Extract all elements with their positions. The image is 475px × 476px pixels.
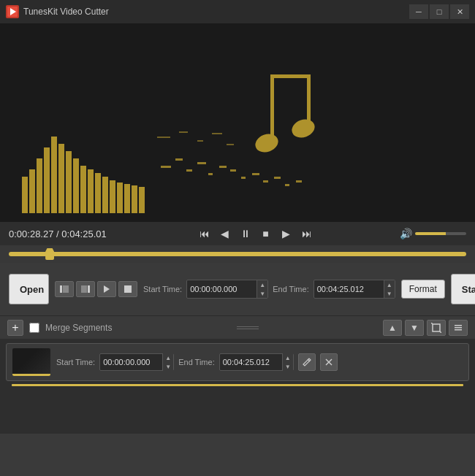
close-button[interactable]: ✕ bbox=[450, 4, 469, 19]
start-time-label: Start Time: bbox=[143, 285, 182, 293]
svg-rect-18 bbox=[124, 184, 130, 213]
start-time-input[interactable] bbox=[187, 285, 256, 293]
skip-back-button[interactable]: ⏮ bbox=[196, 225, 213, 242]
music-visualization bbox=[0, 23, 475, 222]
end-time-input-wrap: ▲ ▼ bbox=[314, 280, 395, 299]
svg-marker-48 bbox=[104, 285, 110, 293]
svg-rect-5 bbox=[29, 169, 35, 213]
merge-checkbox[interactable] bbox=[29, 323, 39, 333]
svg-rect-35 bbox=[270, 74, 311, 78]
thumbnail-bar bbox=[12, 374, 50, 376]
seg-end-up[interactable]: ▲ bbox=[283, 353, 293, 362]
move-up-button[interactable]: ▲ bbox=[383, 320, 402, 336]
start-button[interactable]: Start bbox=[451, 274, 475, 304]
svg-rect-26 bbox=[219, 166, 227, 168]
svg-rect-29 bbox=[252, 173, 259, 175]
end-time-input[interactable] bbox=[314, 285, 384, 293]
time-display: 0:00:28.27 / 0:04:25.01 bbox=[9, 229, 111, 239]
minimize-button[interactable]: ─ bbox=[409, 4, 428, 19]
window-controls: ─ □ ✕ bbox=[409, 4, 469, 19]
svg-rect-45 bbox=[63, 285, 69, 293]
segment-time-controls: Start Time: ▲ ▼ End Time: ▲ ▼ bbox=[56, 353, 463, 371]
svg-rect-33 bbox=[296, 180, 302, 183]
seg-start-label: Start Time: bbox=[56, 358, 95, 366]
open-button[interactable]: Open bbox=[9, 274, 49, 304]
svg-rect-42 bbox=[212, 133, 222, 134]
preview-button[interactable] bbox=[97, 281, 116, 297]
step-back-button[interactable]: ◀ bbox=[216, 225, 234, 242]
svg-rect-34 bbox=[270, 74, 274, 140]
svg-rect-41 bbox=[197, 140, 203, 142]
seg-edit-button[interactable] bbox=[298, 353, 316, 371]
seg-start-input[interactable] bbox=[100, 358, 162, 366]
segment-right-controls: ▲ ▼ bbox=[383, 320, 468, 336]
total-time: 0:04:25.01 bbox=[61, 229, 106, 239]
svg-rect-46 bbox=[81, 285, 87, 293]
svg-rect-39 bbox=[157, 137, 170, 138]
timeline-thumb[interactable] bbox=[45, 248, 54, 260]
seg-end-input[interactable] bbox=[220, 358, 282, 366]
video-preview bbox=[0, 23, 475, 222]
seg-end-label: End Time: bbox=[178, 358, 215, 366]
segment-row-wrap: Start Time: ▲ ▼ End Time: ▲ ▼ bbox=[6, 343, 469, 386]
svg-rect-43 bbox=[227, 144, 234, 145]
svg-rect-25 bbox=[208, 173, 213, 175]
svg-rect-7 bbox=[44, 147, 50, 213]
stop-button[interactable]: ■ bbox=[257, 225, 275, 242]
crop-button[interactable] bbox=[427, 320, 446, 336]
clip-end-button[interactable] bbox=[76, 281, 95, 297]
format-button[interactable]: Format bbox=[401, 280, 445, 299]
play-button[interactable]: ▶ bbox=[278, 225, 295, 242]
pause-button[interactable]: ⏸ bbox=[237, 225, 254, 242]
svg-rect-49 bbox=[124, 285, 132, 293]
svg-rect-50 bbox=[433, 324, 440, 331]
drag-lines-icon bbox=[237, 326, 259, 329]
svg-rect-28 bbox=[241, 177, 246, 179]
playback-controls: ⏮ ◀ ⏸ ■ ▶ ⏭ bbox=[117, 225, 394, 242]
app-title: TunesKit Video Cutter bbox=[23, 7, 409, 17]
svg-rect-16 bbox=[110, 180, 115, 213]
svg-line-56 bbox=[308, 359, 310, 361]
svg-rect-32 bbox=[285, 184, 289, 186]
svg-rect-54 bbox=[455, 327, 462, 329]
add-segment-button[interactable]: + bbox=[7, 320, 23, 336]
seg-start-input-wrap: ▲ ▼ bbox=[99, 353, 174, 371]
time-controls: Start Time: ▲ ▼ End Time: ▲ ▼ bbox=[143, 280, 395, 299]
svg-rect-20 bbox=[139, 187, 145, 213]
end-time-up[interactable]: ▲ bbox=[384, 280, 395, 289]
start-time-spinners: ▲ ▼ bbox=[256, 280, 267, 298]
svg-rect-31 bbox=[274, 177, 281, 179]
seg-start-up[interactable]: ▲ bbox=[163, 353, 173, 362]
end-time-down[interactable]: ▼ bbox=[384, 289, 395, 298]
seg-start-down[interactable]: ▼ bbox=[163, 362, 173, 371]
svg-rect-55 bbox=[455, 329, 462, 331]
time-bar: 0:00:28.27 / 0:04:25.01 ⏮ ◀ ⏸ ■ ▶ ⏭ 🔊 bbox=[0, 222, 475, 245]
clip-start-button[interactable] bbox=[55, 281, 74, 297]
segments-header: + Merge Segments ▲ ▼ bbox=[0, 315, 475, 339]
seg-end-spinners: ▲ ▼ bbox=[282, 353, 293, 371]
move-down-button[interactable]: ▼ bbox=[405, 320, 424, 336]
volume-icon: 🔊 bbox=[400, 228, 412, 239]
svg-rect-6 bbox=[37, 158, 42, 213]
current-time: 0:00:28.27 bbox=[9, 229, 53, 239]
volume-slider[interactable] bbox=[415, 232, 466, 235]
stop-edit-button[interactable] bbox=[118, 281, 137, 297]
skip-forward-button[interactable]: ⏭ bbox=[298, 225, 316, 242]
seg-end-down[interactable]: ▼ bbox=[283, 362, 293, 371]
timeline-track[interactable] bbox=[9, 252, 466, 256]
svg-rect-8 bbox=[51, 137, 57, 213]
timeline-area[interactable] bbox=[0, 245, 475, 263]
start-time-down[interactable]: ▼ bbox=[257, 289, 267, 298]
list-button[interactable] bbox=[449, 320, 468, 336]
volume-area: 🔊 bbox=[400, 228, 466, 239]
end-time-label: End Time: bbox=[273, 285, 309, 293]
seg-delete-button[interactable] bbox=[320, 353, 338, 371]
svg-rect-19 bbox=[132, 185, 137, 213]
end-time-spinners: ▲ ▼ bbox=[384, 280, 395, 298]
app-icon bbox=[6, 5, 19, 18]
maximize-button[interactable]: □ bbox=[430, 4, 449, 19]
controls-section: Open Start Time: ▲ ▼ End Time: bbox=[0, 263, 475, 315]
segments-list: Start Time: ▲ ▼ End Time: ▲ ▼ bbox=[0, 339, 475, 434]
start-time-up[interactable]: ▲ bbox=[257, 280, 267, 289]
svg-line-52 bbox=[440, 331, 441, 333]
